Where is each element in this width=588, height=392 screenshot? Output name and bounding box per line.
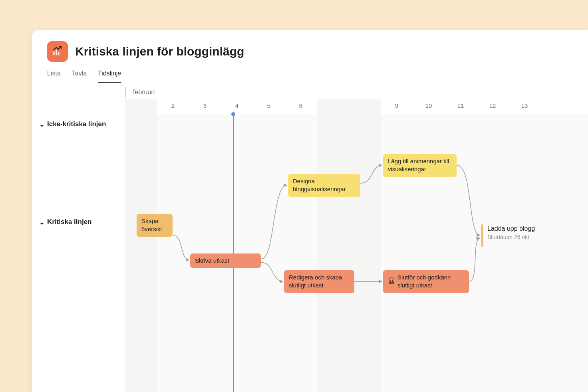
tab-board[interactable]: Tavla [72, 70, 87, 83]
timeline-header: februari 1 2 3 4 5 6 7 8 9 10 11 12 13 [32, 83, 588, 115]
task-label: Slutför och godkänn slutligt utkast [397, 273, 464, 290]
day-cell: 11 [445, 102, 477, 109]
today-line [233, 114, 234, 392]
day-cell: 12 [477, 102, 509, 109]
task-label: Lägg till animeringar till visualisering… [388, 158, 449, 172]
day-cell: 4 [221, 102, 253, 109]
day-cell: 5 [253, 102, 285, 109]
task-skapa-oversikt[interactable]: Skapa översikt [137, 214, 173, 237]
caret-down-icon [40, 220, 44, 224]
tab-timeline[interactable]: Tidslinje [98, 70, 121, 83]
weekend-column [349, 99, 381, 392]
section-critical[interactable]: Kritiska linjen [32, 213, 99, 231]
milestone-bar [481, 224, 483, 247]
task-skriva-utkast[interactable]: Skriva utkast [190, 253, 261, 268]
section-label: Icke-kritiska linjen [47, 120, 106, 128]
task-redigera-utkast[interactable]: Redigera och skapa slutligt utkast [284, 270, 354, 293]
stamp-icon [388, 277, 395, 286]
tabs: Lista Tavla Tidslinje [47, 70, 573, 83]
day-cell: 6 [285, 102, 317, 109]
task-label: Designa bloggvisualiseringar [293, 178, 346, 192]
day-cell: 3 [189, 102, 221, 109]
app-window: Kritiska linjen för blogginlägg Lista Ta… [32, 30, 588, 392]
weekend-column [317, 99, 349, 392]
header: Kritiska linjen för blogginlägg Lista Ta… [32, 30, 588, 83]
caret-down-icon [40, 122, 44, 126]
day-cell: 9 [381, 102, 413, 109]
task-designa-visualiseringar[interactable]: Designa bloggvisualiseringar [288, 174, 360, 197]
weekend-column [125, 99, 157, 392]
tab-list[interactable]: Lista [47, 70, 61, 83]
day-cell: 13 [509, 102, 540, 109]
title-row: Kritiska linjen för blogginlägg [47, 41, 573, 62]
task-label: Redigera och skapa slutligt utkast [289, 274, 342, 289]
milestone-date: Slutdatum 25 okt. [487, 234, 535, 240]
timeline-body: Icke-kritiska linjen Designa bloggvisual… [32, 115, 588, 392]
project-icon[interactable] [47, 41, 68, 62]
month-divider [125, 87, 126, 97]
milestone-text: Ladda upp blogg Slutdatum 25 okt. [487, 224, 535, 240]
project-title: Kritiska linjen för blogginlägg [75, 45, 244, 58]
chart-growth-icon [52, 46, 63, 57]
task-label: Skriva utkast [195, 257, 229, 264]
task-slutfor-godkann[interactable]: Slutför och godkänn slutligt utkast [383, 270, 469, 293]
day-cell: 2 [157, 102, 189, 109]
task-animeringar[interactable]: Lägg till animeringar till visualisering… [383, 154, 457, 177]
task-label: Skapa översikt [141, 218, 162, 232]
milestone-ladda-upp[interactable]: Ladda upp blogg Slutdatum 25 okt. [481, 224, 535, 247]
section-label: Kritiska linjen [47, 218, 91, 226]
day-cell: 10 [413, 102, 445, 109]
milestone-title: Ladda upp blogg [487, 224, 535, 233]
section-noncritical[interactable]: Icke-kritiska linjen [32, 115, 588, 133]
month-label: februari [133, 89, 155, 96]
